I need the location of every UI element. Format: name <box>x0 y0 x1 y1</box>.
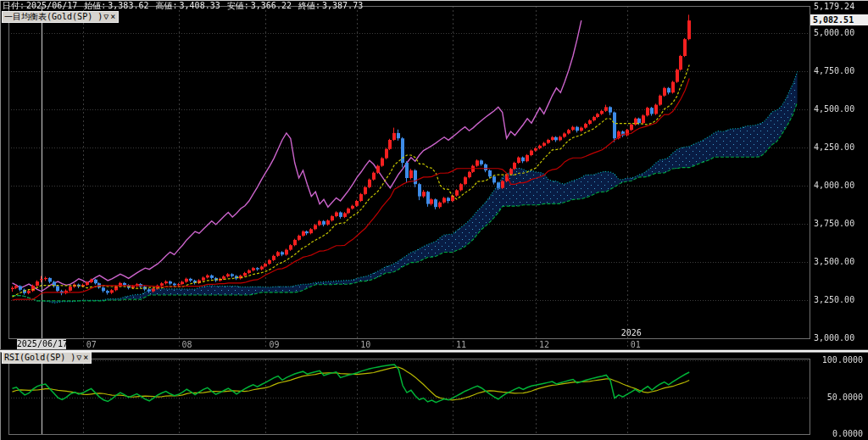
window-left-border <box>0 1 1 440</box>
rsi-tick-label: 50.0000 <box>814 393 863 402</box>
month-tick-label: 08 <box>182 340 192 349</box>
price-chart-canvas[interactable] <box>0 1 868 440</box>
price-tick-label: 5,000.00 <box>814 28 854 37</box>
price-tick-label: 3,500.00 <box>814 257 854 266</box>
high-label: 高値: <box>156 1 178 10</box>
rsi-panel-title: RSI(Gold(SP) ) <box>4 353 75 362</box>
close-value: 3,387.73 <box>322 1 363 10</box>
chart-window: 日付:2025/06/17 始値:3,383.62 高値:3,408.33 安値… <box>0 0 868 440</box>
price-tick-label: 3,250.00 <box>814 295 854 304</box>
price-tick-label: 3,000.00 <box>814 333 854 343</box>
rsi-tick-label: 0.0000 <box>814 429 863 438</box>
price-axis-max-label: 5,179.24 <box>814 2 854 11</box>
price-tick-label: 4,000.00 <box>814 181 854 190</box>
close-icon[interactable]: × <box>82 353 89 362</box>
low-value: 3,366.22 <box>251 1 292 10</box>
month-tick-label: 01 <box>631 340 641 349</box>
year-label: 2026 <box>621 329 642 337</box>
rsi-tick-label: 100.0000 <box>814 355 863 365</box>
date-label: 日付: <box>3 1 25 10</box>
open-value: 3,383.62 <box>108 1 148 10</box>
price-tick-label: 4,750.00 <box>814 66 854 75</box>
month-tick-label: 07 <box>86 340 97 349</box>
close-label: 終値: <box>298 1 320 10</box>
date-value: 2025/06/17 <box>26 1 77 10</box>
close-icon[interactable]: × <box>109 12 116 21</box>
high-value: 3,408.33 <box>180 1 220 10</box>
month-tick-label: 09 <box>269 340 279 349</box>
panel-splitter[interactable] <box>0 349 868 353</box>
price-tick-label: 3,750.00 <box>814 219 854 228</box>
current-price-tag: 5,082.51 <box>810 14 868 25</box>
month-tick-label: 12 <box>539 340 549 349</box>
ichimoku-panel-title: 一目均衡表(Gold(SP) ) <box>4 12 103 21</box>
cursor-date-tag: 2025/06/17 <box>17 339 66 349</box>
price-tick-label: 4,500.00 <box>814 104 854 114</box>
open-label: 始値: <box>84 1 106 10</box>
ichimoku-panel-header: 一目均衡表(Gold(SP) )▽× <box>2 11 119 23</box>
month-tick-label: 11 <box>456 340 466 349</box>
low-label: 安値: <box>227 1 249 10</box>
rsi-panel-header: RSI(Gold(SP) )▽× <box>2 352 92 364</box>
price-tick-label: 4,250.00 <box>814 142 854 152</box>
month-tick-label: 10 <box>360 340 370 349</box>
current-price-value: 5,082.51 <box>813 15 854 25</box>
ohlc-info-bar: 日付:2025/06/17 始値:3,383.62 高値:3,408.33 安値… <box>3 1 364 10</box>
